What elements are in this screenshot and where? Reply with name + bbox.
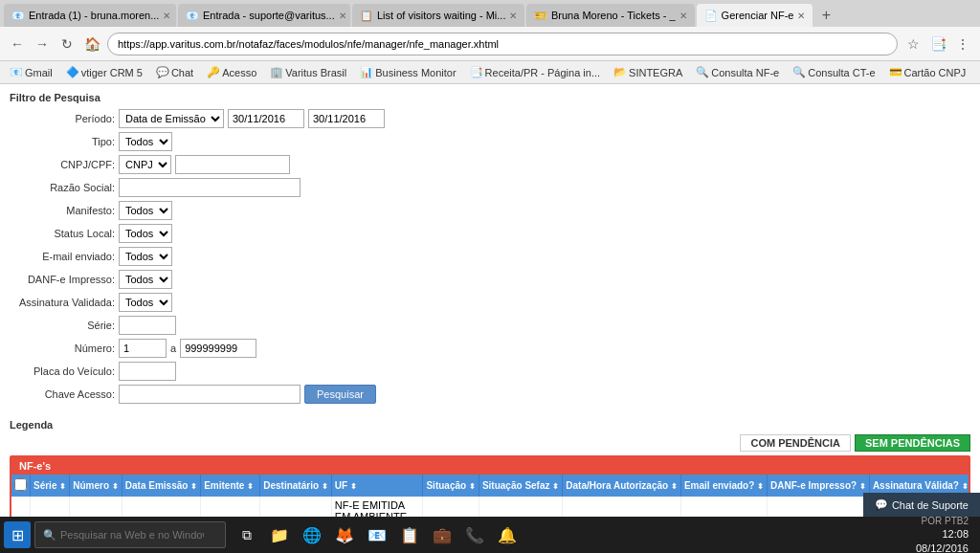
tab-close[interactable]: ✕ [679,11,687,21]
col-data-emissao[interactable]: Data Emissão ⬍ [122,475,200,497]
tab-label: Gerenciar NF-e [722,10,794,21]
file-explorer-icon[interactable]: 📁 [266,521,293,548]
sort-icon: ⬍ [112,482,119,491]
new-tab-button[interactable]: + [814,4,837,27]
placa-label: Placa do Veículo: [10,365,115,377]
edge-icon[interactable]: 🌐 [299,521,325,548]
page-content: Filtro de Pesquisa Período: Data de Emis… [0,84,980,517]
numero-start-input[interactable] [119,339,167,358]
task-view-button[interactable]: ⧉ [234,521,260,548]
col-situacao-sefaz[interactable]: Situação Sefaz ⬍ [479,475,562,497]
numero-end-input[interactable] [180,339,256,358]
cell-data-emissao: 30/11/2016 [201,497,260,517]
tab-close[interactable]: ✕ [163,11,170,21]
bookmarks-bar: 📧Gmail 🔷vtiger CRM 5 💬Chat 🔑Acesso 🏢Vari… [0,61,980,84]
back-button[interactable]: ← [8,34,27,54]
tab-close[interactable]: ✕ [339,11,346,21]
bookmark-rntrc[interactable]: 📋Consulta RNTRC [973,64,980,80]
tab-gerenciar-nfe[interactable]: 📄 Gerenciar NF-e ✕ [697,4,813,27]
bookmark-chat[interactable]: 💬Chat [150,64,199,80]
firefox-icon[interactable]: 🦊 [331,521,358,548]
refresh-button[interactable]: ↻ [57,34,77,54]
email-select[interactable]: Todos [119,247,172,266]
star-button[interactable]: ☆ [903,34,923,54]
email-row: E-mail enviado: Todos [10,247,970,266]
manifesto-label: Manifesto: [10,205,115,216]
tab-entrada-2[interactable]: 📧 Entrada - suporte@varitus... ✕ [178,4,350,27]
col-serie[interactable]: Série ⬍ [31,475,70,497]
sort-icon: ⬍ [190,482,197,491]
app-icon-4[interactable]: 📞 [461,521,488,548]
home-button[interactable]: 🏠 [82,34,101,54]
bookmark-acesso[interactable]: 🔑Acesso [201,64,262,80]
nfe-section-title: NF-e's [11,457,969,475]
data-inicio-input[interactable] [228,109,304,128]
bookmark-gmail[interactable]: 📧Gmail [4,64,58,80]
col-destinatario[interactable]: Destinatário ⬍ [260,475,332,497]
col-danfe[interactable]: DANF-e Impresso? ⬍ [768,475,870,497]
assinatura-select[interactable]: Todos [119,293,172,312]
col-email[interactable]: Email enviado? ⬍ [680,475,767,497]
bookmark-sintegra[interactable]: 📂SINTEGRA [608,64,688,80]
app-icon-1[interactable]: 📧 [364,521,390,548]
tab-entrada-1[interactable]: 📧 Entrada (1) - bruna.moren... ✕ [4,4,176,27]
bookmark-consulta-nfe[interactable]: 🔍Consulta NF-e [690,64,785,80]
sort-icon: ⬍ [469,482,476,491]
bookmark-consulta-cte[interactable]: 🔍Consulta CT-e [787,64,880,80]
app-icon-5[interactable]: 🔔 [494,521,521,548]
select-all-checkbox[interactable] [14,478,27,491]
tipo-select[interactable]: Todos [119,132,172,151]
clock-time: 12:08 [916,527,969,541]
app-icon-3[interactable]: 💼 [429,521,456,548]
serie-input[interactable] [119,316,176,335]
taskbar-search-input[interactable] [60,529,204,541]
sort-icon: ⬍ [322,482,328,491]
col-data-hora[interactable]: Data/Hora Autorização ⬍ [563,475,681,497]
col-numero[interactable]: Número ⬍ [70,475,122,497]
sort-icon: ⬍ [59,482,66,491]
manifesto-select[interactable]: Todos [119,201,172,220]
col-uf[interactable]: UF ⬍ [331,475,423,497]
address-bar: ← → ↻ 🏠 ☆ 📑 ⋮ [0,27,980,61]
col-checkbox [11,475,31,497]
bookmark-receita[interactable]: 📑Receita/PR - Página in... [464,64,606,80]
placa-input[interactable] [119,362,176,381]
bookmark-vtiger[interactable]: 🔷vtiger CRM 5 [60,64,148,80]
data-fim-input[interactable] [308,109,385,128]
forward-button[interactable]: → [33,34,52,54]
taskbar-search-box[interactable]: 🔍 [34,521,226,548]
taskbar: ⊞ 🔍 ⧉ 📁 🌐 🦊 📧 📋 💼 📞 🔔 POR PTB2 12:08 08/… [0,517,980,553]
cnpj-input[interactable] [175,155,290,174]
bookmark-business[interactable]: 📊Business Monitor [354,64,461,80]
sort-icon: ⬍ [552,482,559,491]
taskbar-clock: POR PTB2 12:08 08/12/2016 [916,515,976,553]
app-icon-2[interactable]: 📋 [396,521,423,548]
cnpj-type-select[interactable]: CNPJ CPF [119,155,171,174]
tab-bruna-tickets[interactable]: 🎫 Bruna Moreno - Tickets - _ ✕ [526,4,695,27]
bookmark-varitus[interactable]: 🏢Varitus Brasil [264,64,352,80]
tab-close[interactable]: ✕ [797,11,805,21]
col-emitente[interactable]: Emitente ⬍ [201,475,260,497]
pesquisar-button[interactable]: Pesquisar [304,385,376,404]
danfe-select[interactable]: Todos [119,270,172,289]
tab-icon: 📄 [704,10,718,22]
status-row: Status Local: Todos [10,224,970,243]
tab-list-visitors[interactable]: 📋 List of visitors waiting - Mi... ✕ [352,4,524,27]
chave-input[interactable] [119,385,301,404]
col-situacao[interactable]: Situação ⬍ [423,475,479,497]
start-button[interactable]: ⊞ [4,521,31,548]
razao-input[interactable] [119,178,301,197]
legend-sem-pendencia: SEM PENDÊNCIAS [855,434,970,452]
address-input[interactable] [107,33,898,55]
periodo-type-select[interactable]: Data de Emissão [119,109,224,128]
bookmark-button[interactable]: 📑 [928,34,947,54]
tab-close[interactable]: ✕ [509,11,517,21]
settings-button[interactable]: ⋮ [953,34,972,54]
cell-destinatario: NF-E EMITIDA EM AMBIENTE DE HOMOLOGACAO … [331,497,423,517]
clock-date: 08/12/2016 [916,542,969,554]
chat-support-button[interactable]: 💬 Chat de Suporte [863,493,980,517]
chat-label: Chat de Suporte [892,499,969,511]
bookmark-cartao[interactable]: 💳Cartão CNPJ [883,64,972,80]
status-select[interactable]: Todos [119,224,172,243]
chat-icon: 💬 [875,498,888,511]
